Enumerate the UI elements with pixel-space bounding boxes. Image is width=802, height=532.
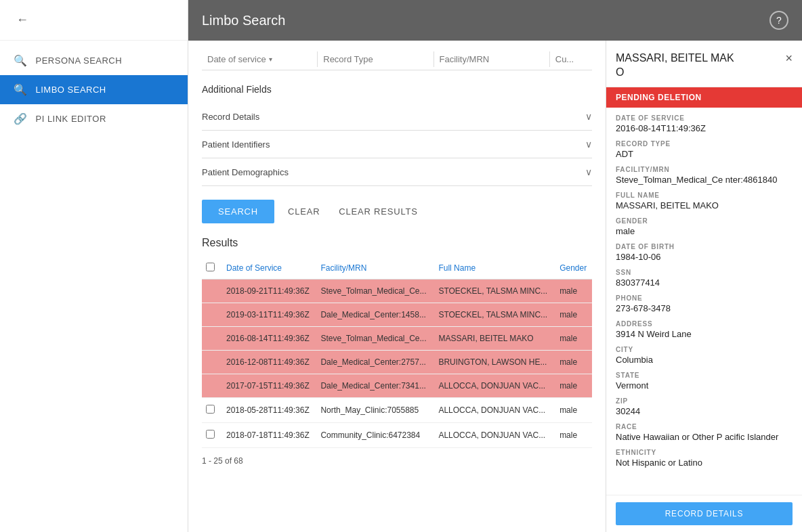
detail-field-value: Native Hawaiian or Other P acific Island… [616,432,793,442]
row-checkbox[interactable] [206,430,215,439]
sidebar-item-label: PI LINK EDITOR [36,114,106,124]
detail-field-label: ADDRESS [616,320,793,328]
facility-mrn-label: Facility/MRN [440,54,490,64]
detail-field-label: ZIP [616,397,793,405]
col-full-name: Full Name [434,257,555,280]
detail-field-value: Vermont [616,380,793,391]
col-gender: Gender [555,257,592,280]
date-of-service-filter[interactable]: Date of service ▾ [202,51,318,67]
additional-fields-section: Additional Fields Record Details ∨ Patie… [202,84,592,186]
patient-identifiers-expander[interactable]: Patient Identifiers ∨ [202,131,592,158]
clear-results-button[interactable]: CLEAR RESULTS [333,200,423,223]
detail-field: PHONE273-678-3478 [616,294,793,313]
sidebar-nav: 🔍 PERSONA SEARCH 🔍 LIMBO SEARCH 🔗 PI LIN… [0,41,188,139]
detail-field-label: GENDER [616,217,793,225]
detail-field-value: Not Hispanic or Latino [616,458,793,468]
results-section: Results Date of Service Facility/MRN Ful… [202,237,592,466]
record-details-button[interactable]: RECORD DETAILS [616,502,793,525]
search-icon: 🔍 [14,54,28,67]
select-all-checkbox[interactable] [206,263,215,271]
record-details-label: Record Details [202,112,259,122]
detail-field-value: 2016-08-14T11:49:36Z [616,123,793,133]
row-checkbox[interactable] [206,405,215,414]
custom-filter[interactable]: Cu... [550,51,592,67]
sidebar-item-persona-search[interactable]: 🔍 PERSONA SEARCH [0,46,188,75]
detail-field-value: 273-678-3478 [616,303,793,313]
table-row[interactable]: 2016-12-08T11:49:36ZDale_Medical_Center:… [202,351,592,374]
detail-header: MASSARI, BEITEL MAKO × [606,41,802,87]
detail-field-label: RACE [616,423,793,430]
sidebar-header: ← [0,0,188,41]
detail-field-label: ETHNICITY [616,449,793,456]
patient-identifiers-label: Patient Identifiers [202,139,270,150]
help-button[interactable]: ? [769,11,788,30]
detail-panel: MASSARI, BEITEL MAKO × PENDING DELETION … [606,41,802,532]
patient-demographics-expander[interactable]: Patient Demographics ∨ [202,158,592,186]
link-icon: 🔗 [14,112,28,125]
detail-field-value: Columbia [616,355,793,365]
detail-field-label: DATE OF BIRTH [616,243,793,250]
detail-field-value: 830377414 [616,278,793,288]
content-area: Date of service ▾ Record Type Facility/M… [188,41,802,532]
col-facility-mrn: Facility/MRN [316,257,434,280]
chevron-down-icon: ▾ [269,56,272,63]
detail-field-label: PHONE [616,294,793,302]
page-title: Limbo Search [202,13,285,28]
detail-field-value: ADT [616,149,793,159]
search-icon: 🔍 [14,83,28,96]
chevron-down-icon: ∨ [585,139,592,150]
detail-footer: RECORD DETAILS [606,495,802,532]
detail-field-label: STATE [616,372,793,379]
record-type-filter[interactable]: Record Type [318,51,434,67]
detail-field-label: DATE OF SERVICE [616,114,793,122]
detail-field-label: RECORD TYPE [616,140,793,148]
detail-field-value: 30244 [616,406,793,416]
sidebar-item-label: LIMBO SEARCH [36,85,106,95]
results-table: Date of Service Facility/MRN Full Name G… [202,257,592,448]
detail-field: SSN830377414 [616,269,793,288]
table-row[interactable]: 2016-08-14T11:49:36ZSteve_Tolman_Medical… [202,327,592,351]
table-row[interactable]: 2019-03-11T11:49:36ZDale_Medical_Center:… [202,303,592,327]
custom-label: Cu... [555,54,574,64]
action-buttons: SEARCH CLEAR CLEAR RESULTS [202,200,592,223]
detail-field: STATEVermont [616,372,793,391]
detail-patient-name: MASSARI, BEITEL MAKO [616,51,734,80]
detail-field: ZIP30244 [616,397,793,416]
back-button[interactable]: ← [11,10,34,30]
table-row[interactable]: 2018-07-18T11:49:36ZCommunity_Clinic:647… [202,423,592,448]
filter-row: Date of service ▾ Record Type Facility/M… [202,51,592,70]
date-of-service-label: Date of service [207,54,266,64]
main-content: Limbo Search ? Date of service ▾ Record … [188,0,802,532]
detail-field-value: 1984-10-06 [616,252,793,262]
detail-field: DATE OF BIRTH1984-10-06 [616,243,793,262]
facility-mrn-filter[interactable]: Facility/MRN [434,51,550,67]
results-title: Results [202,237,592,249]
chevron-down-icon: ∨ [585,167,592,177]
detail-field: RACENative Hawaiian or Other P acific Is… [616,423,793,442]
patient-demographics-label: Patient Demographics [202,167,289,177]
clear-button[interactable]: CLEAR [282,200,325,223]
detail-field: CITYColumbia [616,346,793,365]
search-button[interactable]: SEARCH [202,200,274,223]
detail-field-label: FACILITY/MRN [616,166,793,173]
detail-field-value: MASSARI, BEITEL MAKO [616,200,793,210]
detail-field-value: Steve_Tolman_Medical_Ce nter:4861840 [616,175,793,185]
sidebar-item-limbo-search[interactable]: 🔍 LIMBO SEARCH [0,75,188,104]
additional-fields-title: Additional Fields [202,84,592,95]
record-details-expander[interactable]: Record Details ∨ [202,103,592,131]
detail-field: ETHNICITYNot Hispanic or Latino [616,449,793,468]
search-panel: Date of service ▾ Record Type Facility/M… [188,41,606,532]
table-row[interactable]: 2018-05-28T11:49:36ZNorth_May_Clinic:705… [202,398,592,423]
detail-field-value: male [616,226,793,236]
detail-field: GENDERmale [616,217,793,236]
detail-field: ADDRESS3914 N Weird Lane [616,320,793,339]
select-all-header[interactable] [202,257,222,280]
record-type-label: Record Type [323,54,373,64]
table-row[interactable]: 2017-07-15T11:49:36ZDale_Medical_Center:… [202,374,592,398]
detail-field-label: FULL NAME [616,192,793,199]
detail-field: RECORD TYPEADT [616,140,793,159]
close-detail-button[interactable]: × [785,51,793,66]
table-row[interactable]: 2018-09-21T11:49:36ZSteve_Tolman_Medical… [202,280,592,303]
detail-field-value: 3914 N Weird Lane [616,329,793,339]
sidebar-item-pi-link-editor[interactable]: 🔗 PI LINK EDITOR [0,104,188,133]
